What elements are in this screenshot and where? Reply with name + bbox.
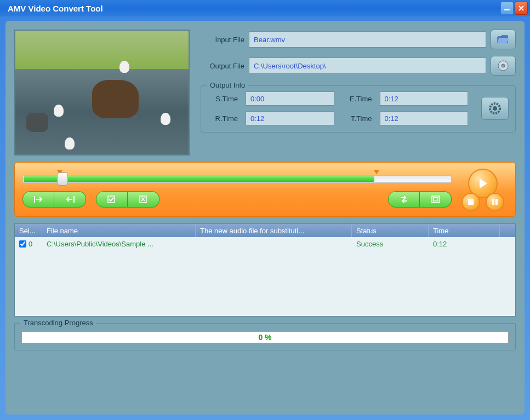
output-file-label: Output File xyxy=(201,62,244,70)
table-row[interactable]: 0C:\Users\Public\Videos\Sample ...Succes… xyxy=(15,237,515,250)
ttime-field[interactable]: 0:12 xyxy=(380,111,469,125)
stop-icon xyxy=(468,199,474,205)
browse-input-button[interactable] xyxy=(491,30,516,49)
svg-rect-7 xyxy=(108,196,115,203)
pause-button[interactable] xyxy=(486,193,504,211)
pause-icon xyxy=(492,199,498,205)
settings-button[interactable] xyxy=(481,97,509,120)
check-box-icon xyxy=(107,195,116,203)
app-window: AMV Video Convert Tool xyxy=(0,0,530,420)
disc-icon xyxy=(497,60,509,72)
svg-rect-13 xyxy=(495,199,498,205)
table-body: 0C:\Users\Public\Videos\Sample ...Succes… xyxy=(15,237,515,316)
close-button[interactable] xyxy=(515,2,528,15)
row-index: 0 xyxy=(29,240,32,248)
stime-label: S.Time xyxy=(208,95,238,103)
svg-rect-5 xyxy=(34,196,35,203)
row-checkbox[interactable] xyxy=(19,240,26,248)
folder-open-icon xyxy=(497,34,510,45)
minimize-icon xyxy=(504,5,510,11)
input-file-label: Input File xyxy=(201,36,244,44)
minimize-button[interactable] xyxy=(500,2,514,15)
col-header-audio[interactable]: The new audio file for substituti... xyxy=(196,224,352,237)
close-icon xyxy=(518,5,525,11)
convert-icon xyxy=(399,195,409,204)
screen-icon xyxy=(431,195,440,203)
end-marker-icon xyxy=(374,170,379,174)
mark-out-icon xyxy=(65,195,76,203)
col-header-select[interactable]: Sel... xyxy=(15,224,42,237)
progress-text: 0 % xyxy=(258,333,271,342)
file-list-table: Sel... File name The new audio file for … xyxy=(14,223,516,317)
output-info-legend: Output Info xyxy=(207,81,248,89)
ttime-label: T.Time xyxy=(342,114,372,123)
col-header-filename[interactable]: File name xyxy=(42,224,196,237)
svg-point-4 xyxy=(493,106,497,111)
rtime-field[interactable]: 0:12 xyxy=(246,111,334,125)
output-info-group: Output Info S.Time 0:00 E.Time 0:12 R.Ti… xyxy=(201,85,516,133)
progress-legend: Transcoding Progress xyxy=(20,319,96,327)
window-title: AMV Video Convert Tool xyxy=(8,4,500,13)
progress-bar: 0 % xyxy=(21,331,509,343)
gear-icon xyxy=(488,101,502,116)
output-file-field[interactable]: C:\Users\root\Desktop\ xyxy=(249,57,486,74)
row-filename: C:\Users\Public\Videos\Sample ... xyxy=(42,240,196,248)
mark-end-button[interactable] xyxy=(54,191,86,208)
convert-button[interactable] xyxy=(388,191,420,208)
col-header-status[interactable]: Status xyxy=(352,224,429,237)
svg-rect-0 xyxy=(504,9,510,10)
video-preview xyxy=(14,30,190,156)
etime-field[interactable]: 0:12 xyxy=(380,91,469,106)
select-all-button[interactable] xyxy=(96,191,128,208)
row-status: Success xyxy=(352,240,429,248)
progress-group: Transcoding Progress 0 % xyxy=(14,323,516,350)
col-header-time[interactable]: Time xyxy=(429,224,500,237)
fullscreen-button[interactable] xyxy=(420,191,452,208)
svg-rect-12 xyxy=(492,199,494,205)
svg-rect-10 xyxy=(434,198,438,201)
row-time: 0:12 xyxy=(429,240,500,248)
slider-thumb[interactable] xyxy=(57,172,68,186)
content-panel: Input File Bear.wmv Output File C:\Users… xyxy=(5,21,525,415)
player-panel xyxy=(14,162,516,217)
deselect-all-button[interactable] xyxy=(128,191,159,208)
mark-in-icon xyxy=(33,195,44,203)
mark-start-button[interactable] xyxy=(22,191,54,208)
stime-field[interactable]: 0:00 xyxy=(246,91,334,106)
rtime-label: R.Time xyxy=(208,114,238,123)
uncheck-box-icon xyxy=(139,195,148,203)
timeline-slider[interactable] xyxy=(22,172,452,186)
etime-label: E.Time xyxy=(342,95,372,103)
svg-rect-11 xyxy=(468,199,474,205)
play-icon xyxy=(477,177,488,189)
svg-rect-6 xyxy=(73,196,75,203)
titlebar: AMV Video Convert Tool xyxy=(0,0,530,16)
browse-output-button[interactable] xyxy=(491,56,516,76)
svg-point-2 xyxy=(501,64,505,67)
svg-rect-9 xyxy=(432,196,440,203)
input-file-field[interactable]: Bear.wmv xyxy=(249,31,486,48)
playback-controls xyxy=(458,169,508,211)
stop-button[interactable] xyxy=(461,193,480,211)
